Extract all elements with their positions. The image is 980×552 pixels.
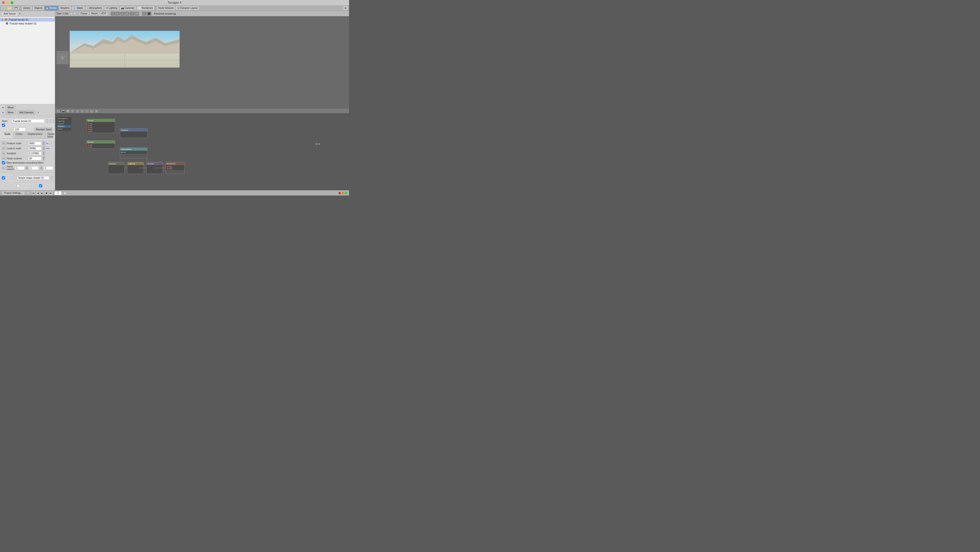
enable-checkbox[interactable] [2,124,5,127]
gear-icon[interactable]: ⚙ [27,192,30,195]
feature-scale-up[interactable]: ▲ [43,141,45,143]
ns-down2[interactable]: ▼ [40,168,43,170]
tab-scale[interactable]: Scale [2,132,13,138]
vp-btn4[interactable]: ○ [70,109,75,113]
vp-btn1[interactable]: ⬚ [56,109,60,113]
node-list-objects[interactable]: Objects [57,122,71,125]
lead-in-scale-up[interactable]: ▲ [43,146,45,148]
tab-displacement[interactable]: Displacement [25,132,45,138]
toolbar-atmosphere-btn[interactable]: ○ Atmosphere [85,6,104,10]
play-button[interactable]: ▶ [40,191,44,195]
smallest-down[interactable]: ▼ [43,153,45,155]
smallest-up[interactable]: ▲ [43,151,45,153]
toolbar-library-btn[interactable]: Library [21,6,32,10]
view-icon1[interactable]: ⬚ [142,12,146,16]
noise-octaves-down[interactable]: ▼ [43,159,45,160]
toolbar-cameras-btn[interactable]: 📷 Cameras [119,6,136,10]
feature-scale-slider[interactable] [46,143,53,144]
size-arrow-down[interactable]: ▼ [73,12,76,15]
node-list-atmosphere[interactable]: Atmosphere [57,117,71,120]
seed-up-arrow[interactable]: ▲ [27,128,29,129]
frame-input[interactable] [54,191,62,195]
smallest-input[interactable] [28,152,41,155]
reset-button[interactable]: Reset [90,12,99,16]
toolbar-objects-btn[interactable]: Objects [33,6,44,10]
vp-btn7[interactable]: ↔ [85,109,89,113]
add-op-arrow[interactable]: ▼ [37,111,39,114]
toolbar-node-network-btn[interactable]: Node Network [157,6,175,10]
first-frame-button[interactable]: ⏮ [32,191,35,195]
last-frame-button[interactable]: ⏭ [49,191,52,195]
render-icon4[interactable]: ⊕ [125,12,129,16]
mask-by-shader-checkbox[interactable] [2,176,5,179]
record-icon[interactable]: ⏺ [64,192,67,195]
minimize-button[interactable] [6,1,9,4]
move-button-2[interactable]: Move [5,110,16,114]
feature-scale-down[interactable]: ▼ [43,143,45,146]
toolbar-dynamic-layout-btn[interactable]: ☑ Dynamic Layout [176,6,199,10]
vp-btn6[interactable]: + [80,109,84,113]
noise-octaves-input[interactable] [28,157,41,160]
help-icon-btn[interactable]: ? [53,119,54,123]
feature-scale-icon[interactable]: A↕ [2,141,6,145]
name-input[interactable] [12,119,45,123]
lead-in-scale-down[interactable]: ▼ [43,148,45,151]
noise-stretch-icon[interactable]: A↕ [2,166,6,170]
invert-mask-checkbox[interactable] [39,184,42,187]
add-terrain-arrow[interactable]: ▼ [19,13,21,15]
size-arrow-up[interactable]: ▲ [70,12,73,15]
render-icon1[interactable]: ○ [111,12,115,16]
node-list-lighting[interactable]: Lighting [57,120,71,122]
lead-in-scale-icon[interactable]: A↕ [2,147,6,150]
smallest-icon[interactable]: A↕ [2,152,6,155]
node-list-shaders[interactable]: Shaders [57,125,71,128]
seed-input[interactable] [14,127,25,131]
toolbar-file-icons[interactable]: □ [1,6,6,10]
pause-button[interactable]: Pause [79,12,89,16]
render-icon5[interactable]: + [130,12,134,16]
seed-icon[interactable]: ⚡ [10,128,12,130]
copy-icon-btn[interactable]: □ [49,119,51,123]
ns-down1[interactable]: ▼ [25,168,29,170]
project-settings-button[interactable]: Project Settings... [2,191,25,195]
toolbar-water-btn[interactable]: 💧 Water [72,6,84,10]
noise-stretch-input-2[interactable] [29,166,39,170]
random-seed-button[interactable]: Random Seed [34,127,53,131]
toolbar-shaders-btn[interactable]: Shaders [59,6,71,10]
tree-item-fractal-terrain[interactable]: ▶ Fractal terrain 01 [0,18,55,22]
window-controls[interactable] [2,1,13,4]
maximize-button[interactable] [11,1,13,4]
vp-btn5[interactable]: □ [75,109,80,113]
view-icon2[interactable]: ⬛ [147,12,151,16]
hd-button[interactable]: HD [135,12,139,16]
vp-btn9[interactable]: ✦ [94,109,99,113]
fit-mask-checkbox[interactable] [16,184,20,187]
noise-octaves-up[interactable]: ▲ [43,156,45,159]
lead-in-scale-slider[interactable] [46,148,53,149]
noise-stretch-input-3[interactable] [44,166,53,170]
toolbar-file-icons2[interactable]: 📁 [6,6,13,10]
close-button[interactable] [2,1,5,4]
noise-stretch-input-1[interactable] [15,166,25,170]
seed-down-arrow[interactable]: ▼ [27,129,29,131]
lead-in-scale-input[interactable] [28,147,41,150]
ns-up2[interactable]: ▲ [40,166,43,168]
move-button-1[interactable]: Move [5,105,16,109]
rtp-button[interactable]: RTP [100,12,108,16]
render-icon2[interactable]: ● [116,12,120,16]
prev-frame-button[interactable]: ◀ [36,191,40,195]
settings-icon-btn[interactable]: ⚙ [46,119,48,123]
vp-btn8[interactable]: ▷ [90,109,94,113]
smallest-slider[interactable] [46,153,53,154]
add-terrain-button[interactable]: Add Terrain [2,12,18,16]
mask-add-button[interactable]: + [51,176,53,180]
toolbar-terrain-btn[interactable]: ▲ Terrain [45,6,58,10]
toolbar-window-btn[interactable]: ⧉ [343,6,348,10]
toolbar-renderers-btn[interactable]: ⬜ Renderers [137,6,154,10]
tab-colour[interactable]: Colour [13,132,25,138]
add-operator-button[interactable]: Add Operator [17,110,36,114]
toolbar-lighting-btn[interactable]: ☀ Lighting [104,6,119,10]
stop-button[interactable]: ⏹ [45,191,48,195]
vp-btn2[interactable]: 📷 [61,109,65,113]
tree-item-fractal-warp[interactable]: Fractal warp shader 01 [0,22,55,25]
